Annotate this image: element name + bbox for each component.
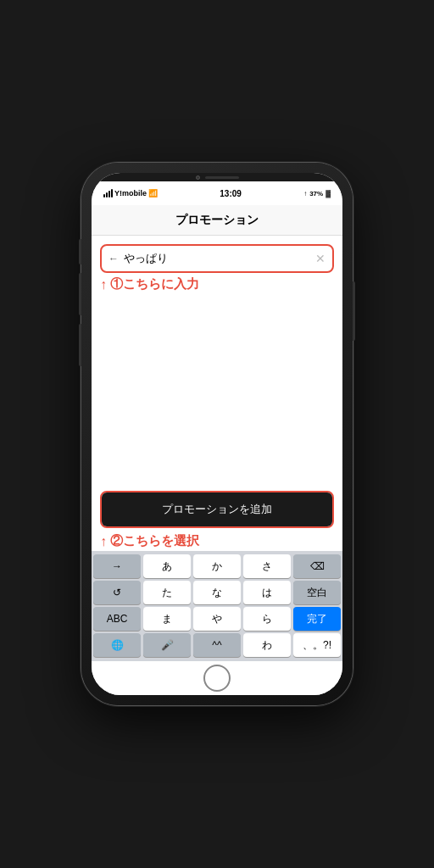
navigation-bar: プロモーション [92,205,342,236]
keyboard-row-3: ABC ま や ら 完了 [93,607,341,631]
wifi-icon: 📶 [148,189,158,198]
power-button [353,281,355,341]
key-ra[interactable]: ら [243,607,291,631]
phone-device: Y!mobile 📶 13:09 ↑ 37% ▓ プロモーション ← やっぱり … [81,163,353,705]
key-arrow-right[interactable]: → [93,554,141,578]
location-icon: ↑ [303,190,307,198]
annotation-2: ↑ ②こちらを選択 [92,531,342,551]
annotation-1: ↑ ①こちらに入力 [92,273,342,292]
battery-percent: 37% [309,190,323,198]
phone-screen: Y!mobile 📶 13:09 ↑ 37% ▓ プロモーション ← やっぱり … [92,173,342,695]
key-a[interactable]: あ [143,554,191,578]
phone-notch [92,173,342,181]
key-sa[interactable]: さ [243,554,291,578]
home-area [92,661,342,695]
key-space[interactable]: 空白 [293,581,341,604]
key-abc[interactable]: ABC [93,607,141,631]
clear-icon[interactable]: ✕ [315,252,326,265]
volume-up-button [79,273,81,315]
camera-icon [196,175,200,180]
volume-down-button [79,324,81,366]
keyboard-row-4: 🌐 🎤 ^^ わ 、。?! [93,633,341,657]
keyboard-row-2: ↺ た な は 空白 [93,581,341,604]
key-ma[interactable]: ま [143,607,191,631]
key-punctuation[interactable]: 、。?! [293,633,341,657]
speaker-grille [205,176,239,179]
key-done[interactable]: 完了 [293,607,341,631]
key-ha[interactable]: は [243,581,291,604]
annotation-1-label: ①こちらに入力 [110,276,199,292]
key-ta[interactable]: た [143,581,191,604]
key-mic[interactable]: 🎤 [143,633,191,657]
key-wa[interactable]: わ [243,633,291,657]
volume-mute-button [79,239,81,264]
keyboard-row-1: → あ か さ ⌫ [93,554,341,578]
key-ka[interactable]: か [193,554,241,578]
status-left: Y!mobile 📶 [103,189,158,198]
back-arrow-icon: ← [108,253,119,264]
signal-icon [103,189,113,198]
add-promotion-button[interactable]: プロモーションを追加 [102,492,332,526]
key-dakuten[interactable]: ^^ [193,633,241,657]
search-section: ← やっぱり ✕ [92,236,342,273]
arrow-up-icon-1: ↑ [100,277,107,292]
key-backspace[interactable]: ⌫ [293,554,341,578]
status-time: 13:09 [220,189,242,198]
add-button-wrapper: プロモーションを追加 [100,491,334,528]
home-button[interactable] [203,665,231,692]
key-ya[interactable]: や [193,607,241,631]
key-na[interactable]: な [193,581,241,604]
status-right: ↑ 37% ▓ [303,190,331,198]
annotation-2-label: ②こちらを選択 [110,533,199,549]
arrow-up-icon-2: ↑ [100,534,107,549]
carrier-label: Y!mobile [114,189,147,198]
key-globe[interactable]: 🌐 [93,633,141,657]
add-button-section: プロモーションを追加 [92,491,342,531]
keyboard: → あ か さ ⌫ ↺ た な は 空白 ABC ま [92,551,342,661]
search-input-box[interactable]: ← やっぱり ✕ [100,244,334,273]
key-undo[interactable]: ↺ [93,581,141,604]
search-input-value[interactable]: やっぱり [124,251,315,266]
main-content: ← やっぱり ✕ ↑ ①こちらに入力 プロモーションを追加 ↑ [92,236,342,661]
content-spacer [92,292,342,491]
page-title: プロモーション [175,213,259,228]
battery-icon: ▓ [326,190,331,198]
status-bar: Y!mobile 📶 13:09 ↑ 37% ▓ [92,181,342,205]
